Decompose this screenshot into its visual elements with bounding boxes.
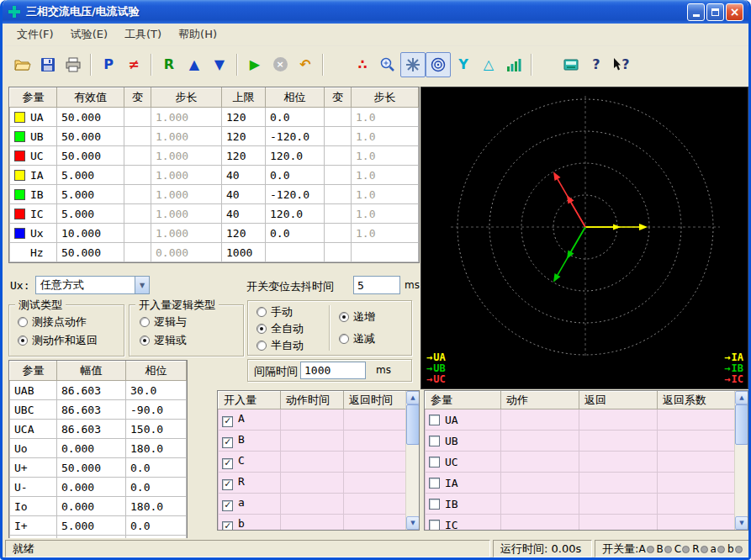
value-cell[interactable]: 50.000 [57, 127, 124, 146]
debounce-input[interactable] [353, 276, 400, 294]
phase-cell[interactable]: 120.0 [266, 146, 325, 166]
minimize-button[interactable] [687, 3, 705, 21]
chg-cell[interactable] [124, 243, 151, 262]
value-cell[interactable]: 5.000 [57, 166, 124, 185]
limit-cell[interactable]: 1000 [222, 243, 266, 262]
checkbox[interactable]: ✓ [222, 500, 233, 511]
interval-input[interactable] [300, 362, 366, 379]
value-cell[interactable]: 50.000 [57, 243, 124, 262]
title-bar[interactable]: 三相交流电压/电流试验 × [3, 0, 748, 24]
phase-step-cell[interactable]: 1.0 [352, 146, 419, 166]
limit-cell[interactable]: 120 [222, 224, 266, 243]
step-cell[interactable]: 0.000 [151, 243, 222, 262]
dots-button[interactable]: ∴ [350, 52, 375, 77]
step-cell[interactable]: 1.000 [151, 224, 222, 243]
radio-test-action-return[interactable]: 测动作和返回 [18, 333, 98, 348]
chg-cell[interactable] [325, 204, 352, 224]
context-help-button[interactable]: ? [609, 52, 634, 77]
chg-cell[interactable] [124, 204, 151, 224]
chg-cell[interactable] [325, 185, 352, 204]
phase-step-cell[interactable]: 1.0 [352, 204, 419, 224]
save-button[interactable] [35, 52, 61, 77]
checkbox[interactable]: ✓ [222, 521, 233, 531]
open-button[interactable] [10, 52, 35, 77]
rings-button[interactable] [426, 52, 451, 77]
chg-cell[interactable] [325, 243, 352, 262]
radio-test-contact[interactable]: 测接点动作 [18, 314, 87, 330]
ux-mode-select[interactable]: 任意方式 ▼ [35, 276, 150, 294]
r-button[interactable]: R [156, 52, 182, 77]
zoom-button[interactable] [375, 52, 400, 77]
limit-cell[interactable]: 40 [222, 204, 266, 224]
scroll-up-button[interactable]: ▲ [735, 391, 748, 404]
limit-cell[interactable]: 120 [222, 146, 266, 166]
phase-cell[interactable]: 0.0 [266, 166, 325, 185]
checkbox[interactable]: ✓ [222, 458, 233, 469]
menu-tools[interactable]: 工具(T) [116, 24, 170, 45]
start-button[interactable]: ▶ [242, 52, 267, 77]
p-button[interactable]: P [96, 52, 121, 77]
menu-help[interactable]: 帮助(H) [170, 24, 225, 45]
scroll-thumb[interactable] [735, 404, 748, 445]
radio-manual[interactable]: 手动 [257, 304, 293, 320]
checkbox[interactable] [429, 436, 440, 446]
step-down-button[interactable]: ▼ [207, 52, 232, 77]
radio-full-auto[interactable]: 全自动 [257, 321, 304, 336]
scroll-down-button[interactable]: ▼ [406, 516, 420, 530]
phase-step-cell[interactable]: 1.0 [352, 166, 419, 185]
limit-cell[interactable]: 40 [222, 185, 266, 204]
stop-button[interactable]: × [267, 52, 293, 77]
checkbox[interactable] [429, 499, 440, 510]
maximize-button[interactable] [706, 3, 724, 21]
bars-button[interactable] [501, 52, 526, 77]
meter-button[interactable] [558, 52, 584, 77]
chg-cell[interactable] [124, 166, 151, 185]
value-cell[interactable]: 10.000 [57, 224, 124, 243]
value-cell[interactable]: 50.000 [57, 108, 124, 127]
chg-cell[interactable] [124, 185, 151, 204]
phase-cell[interactable]: 0.0 [266, 108, 325, 127]
close-button[interactable]: × [726, 3, 743, 21]
y-connection-button[interactable]: Y [451, 52, 476, 77]
radio-logic-or[interactable]: 逻辑或 [140, 333, 187, 348]
undo-button[interactable]: ↶ [293, 52, 318, 77]
phase-step-cell[interactable]: 1.0 [352, 127, 419, 146]
radio-increase[interactable]: 递增 [339, 309, 375, 325]
checkbox[interactable]: ✓ [222, 416, 233, 427]
phase-step-cell[interactable] [352, 243, 419, 262]
not-equal-button[interactable]: ≠ [121, 52, 146, 77]
phase-step-cell[interactable]: 1.0 [352, 224, 419, 243]
phase-cell[interactable]: -120.0 [266, 185, 325, 204]
phase-cell[interactable]: 120.0 [266, 204, 325, 224]
checkbox[interactable] [429, 520, 440, 531]
chg-cell[interactable] [124, 108, 151, 127]
delta-connection-button[interactable]: △ [476, 52, 501, 77]
chg-cell[interactable] [124, 127, 151, 146]
chg-cell[interactable] [124, 224, 151, 243]
phase-step-cell[interactable]: 1.0 [352, 108, 419, 127]
checkbox[interactable] [429, 478, 440, 489]
menu-test[interactable]: 试验(E) [62, 24, 116, 45]
step-cell[interactable]: 1.000 [151, 204, 222, 224]
checkbox[interactable]: ✓ [222, 479, 233, 490]
checkbox[interactable] [429, 457, 440, 468]
radio-semi-auto[interactable]: 半自动 [257, 338, 304, 353]
value-cell[interactable]: 5.000 [57, 204, 124, 224]
scroll-up-button[interactable]: ▲ [406, 391, 420, 404]
menu-file[interactable]: 文件(F) [8, 24, 62, 45]
chg-cell[interactable] [325, 108, 352, 127]
checkbox[interactable]: ✓ [222, 437, 233, 448]
scroll-down-button[interactable]: ▼ [735, 516, 748, 530]
phase-step-cell[interactable]: 1.0 [352, 185, 419, 204]
print-button[interactable] [61, 52, 86, 77]
chg-cell[interactable] [325, 146, 352, 166]
phase-cell[interactable] [266, 243, 325, 262]
phase-cell[interactable]: -120.0 [266, 127, 325, 146]
value-cell[interactable]: 5.000 [57, 185, 124, 204]
help-button[interactable]: ? [584, 52, 609, 77]
star-button[interactable] [400, 52, 426, 77]
step-cell[interactable]: 1.000 [151, 108, 222, 127]
chg-cell[interactable] [325, 224, 352, 243]
value-cell[interactable]: 50.000 [57, 146, 124, 166]
limit-cell[interactable]: 40 [222, 166, 266, 185]
